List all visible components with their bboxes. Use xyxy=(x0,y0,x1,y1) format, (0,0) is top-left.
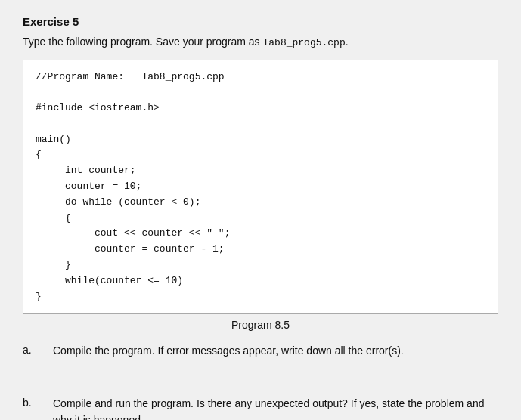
question-a-label: a. xyxy=(23,343,53,356)
question-b-label: b. xyxy=(23,396,53,409)
spacer-a xyxy=(23,373,498,396)
question-b-text: Compile and run the program. Is there an… xyxy=(53,396,498,420)
instruction-text: Type the following program. Save your pr… xyxy=(23,34,498,51)
question-b: b. Compile and run the program. Is there… xyxy=(23,396,498,420)
instruction-code: lab8_prog5.cpp xyxy=(263,37,346,48)
instruction-suffix: . xyxy=(346,36,349,48)
instruction-prefix: Type the following program. Save your pr… xyxy=(23,36,263,48)
exercise-title: Exercise 5 xyxy=(23,15,498,28)
question-a: a. Compile the program. If error message… xyxy=(23,343,498,360)
program-caption: Program 8.5 xyxy=(23,319,498,331)
question-a-text: Compile the program. If error messages a… xyxy=(53,343,498,360)
code-block: //Program Name: lab8_prog5.cpp #include … xyxy=(23,60,498,315)
